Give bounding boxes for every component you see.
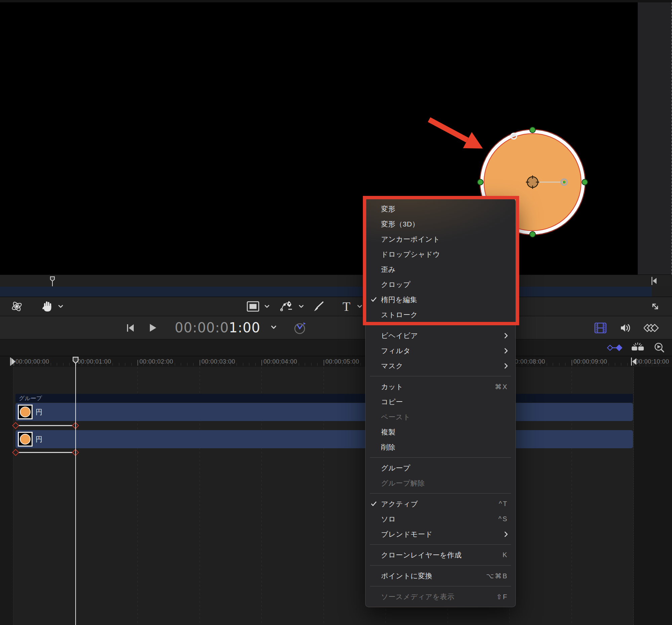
- ruler-minor-tick: [627, 363, 628, 366]
- menu-item-アクティブ[interactable]: アクティブ^T: [365, 496, 515, 511]
- show-video-tracks-button[interactable]: [594, 322, 607, 334]
- ruler-label: 00:00:04:00: [263, 358, 297, 365]
- mini-out-marker[interactable]: [651, 277, 658, 285]
- out-marker-icon: [631, 357, 638, 366]
- menu-item-ブレンドモード[interactable]: ブレンドモード: [365, 527, 515, 542]
- snapping-toggle[interactable]: [631, 342, 644, 354]
- menu-item-ソロ[interactable]: ソロ^S: [365, 511, 515, 527]
- menu-item-ビヘイビア[interactable]: ビヘイビア: [365, 328, 515, 343]
- menu-item-複製[interactable]: 複製: [365, 425, 515, 439]
- menu-item-変形[interactable]: 変形: [365, 201, 515, 216]
- timeline-track-area[interactable]: グループ 円 円: [0, 367, 672, 625]
- handle-right[interactable]: [582, 179, 588, 185]
- mini-timeline-range-bar[interactable]: [0, 287, 652, 297]
- ruler-minor-tick: [119, 363, 119, 366]
- menu-item-コピー[interactable]: コピー: [365, 394, 515, 409]
- timecode-display[interactable]: 00:00:01:00: [175, 316, 260, 339]
- layer-thumbnail[interactable]: [18, 432, 32, 447]
- ruler-label: 00:00:09:00: [574, 358, 607, 365]
- zoom-timeline-button[interactable]: [654, 342, 665, 354]
- timeline-ruler[interactable]: 00:00:00:0000:00:01:0000:00:02:0000:00:0…: [0, 356, 672, 367]
- timing-display-button[interactable]: [293, 320, 307, 335]
- handle-bottom[interactable]: [530, 232, 535, 237]
- menu-item-ストローク[interactable]: ストローク: [365, 307, 515, 322]
- text-tool-button[interactable]: T: [340, 297, 353, 316]
- orbit-3d-icon: [11, 301, 23, 312]
- menu-item-クロップ[interactable]: クロップ: [365, 277, 515, 292]
- play-icon: [149, 323, 157, 332]
- menu-item-label: 削除: [381, 442, 395, 452]
- menu-item-label: 楕円を編集: [381, 295, 417, 305]
- handle-left[interactable]: [477, 179, 483, 185]
- stopwatch-icon: [293, 320, 307, 335]
- mini-timeline-track[interactable]: [0, 287, 672, 297]
- menu-item-ポイントに変換[interactable]: ポイントに変換⌥⌘B: [365, 568, 515, 583]
- menu-item-label: カット: [381, 382, 403, 391]
- fullscreen-button[interactable]: [648, 297, 662, 316]
- menu-item-label: ビヘイビア: [381, 331, 418, 340]
- menu-item-アンカーポイント[interactable]: アンカーポイント: [365, 232, 515, 247]
- menu-item-label: ストローク: [381, 310, 418, 319]
- timeline-left-margin: [0, 367, 14, 625]
- in-point-marker[interactable]: [10, 357, 17, 366]
- bezier-tool-button[interactable]: [280, 297, 294, 316]
- menu-item-変形（3D）[interactable]: 変形（3D）: [365, 216, 515, 232]
- window-top-strip: [0, 0, 672, 2]
- ruler-label: 00:00:08:00: [511, 358, 545, 365]
- keyframe-line-1: [16, 425, 76, 426]
- menu-item-楕円を編集[interactable]: 楕円を編集: [365, 292, 515, 307]
- play-button[interactable]: [149, 323, 157, 332]
- menu-item-ドロップシャドウ[interactable]: ドロップシャドウ: [365, 247, 515, 262]
- hand-tool-dropdown[interactable]: [56, 297, 65, 316]
- text-tool-dropdown[interactable]: [356, 297, 364, 316]
- group-track-bar[interactable]: グループ: [16, 394, 633, 403]
- handle-top[interactable]: [530, 127, 535, 133]
- viewer-canvas[interactable]: [0, 2, 638, 274]
- timeline-beyond-out-region: [633, 367, 672, 625]
- rect-tool-button[interactable]: [246, 297, 260, 316]
- handle-start-point[interactable]: [511, 134, 517, 139]
- menu-item-マスク[interactable]: マスク: [365, 358, 515, 373]
- layer-name: 円: [35, 408, 42, 417]
- out-point-marker[interactable]: [631, 357, 638, 366]
- ruler-minor-tick: [621, 363, 621, 366]
- bezier-tool-dropdown[interactable]: [297, 297, 305, 316]
- menu-item-label: ペースト: [381, 412, 410, 422]
- ruler-label: 00:00:01:00: [78, 358, 112, 365]
- show-audio-tracks-button[interactable]: [620, 322, 632, 334]
- menu-item-カット[interactable]: カット⌘X: [365, 379, 515, 394]
- timecode-dropdown[interactable]: [271, 325, 277, 329]
- diamond-stack-icon: [644, 322, 659, 334]
- mini-timeline-scrubber[interactable]: [0, 274, 672, 287]
- ruler-minor-tick: [615, 363, 615, 366]
- film-icon: [594, 322, 607, 334]
- hand-tool-button[interactable]: [41, 297, 54, 316]
- mini-playhead[interactable]: [49, 276, 55, 286]
- brush-tool-button[interactable]: [312, 297, 326, 316]
- out-marker-icon: [651, 277, 658, 285]
- menu-item-label: 歪み: [381, 265, 396, 274]
- menu-item-フィルタ[interactable]: フィルタ: [365, 343, 515, 358]
- ruler-minor-tick: [63, 363, 64, 366]
- show-keyframes-button[interactable]: [644, 322, 659, 334]
- ruler-label: 00:00:00:00: [16, 358, 49, 365]
- skip-to-start-button[interactable]: [126, 323, 135, 332]
- layer-bar-circle-2[interactable]: 円: [16, 430, 633, 448]
- rect-tool-dropdown[interactable]: [263, 297, 271, 316]
- layer-bar-circle-1[interactable]: 円: [16, 403, 633, 421]
- orbit-3d-tool-button[interactable]: [10, 297, 24, 316]
- chevron-down-icon: [58, 305, 63, 308]
- submenu-arrow-icon: [504, 348, 508, 354]
- layer-thumbnail[interactable]: [18, 405, 32, 419]
- menu-item-label: ソロ: [381, 514, 396, 524]
- show-keyframes-toggle[interactable]: [607, 343, 623, 353]
- checkmark-icon: [371, 297, 377, 302]
- menu-item-削除[interactable]: 削除: [365, 439, 515, 455]
- menu-item-グループ[interactable]: グループ: [365, 460, 515, 476]
- fullscreen-icon: [649, 301, 661, 312]
- menu-item-クローンレイヤーを作成[interactable]: クローンレイヤーを作成K: [365, 547, 515, 562]
- playhead-line[interactable]: [75, 361, 76, 625]
- canvas-overlay: [0, 2, 638, 274]
- menu-item-歪み[interactable]: 歪み: [365, 262, 515, 277]
- playhead-pin[interactable]: [72, 357, 79, 366]
